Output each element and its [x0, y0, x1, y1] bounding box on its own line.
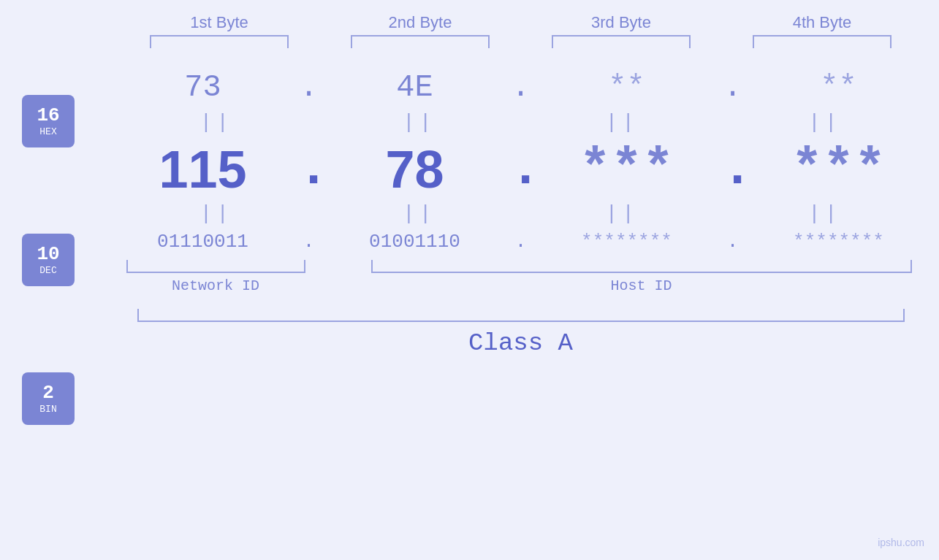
top-bracket-2 [351, 35, 490, 48]
bin-cell-4: ******** [759, 231, 919, 253]
bin-value-2: 01001110 [369, 231, 460, 253]
dec-dot-1: . [298, 139, 320, 199]
dec-dot-2: . [510, 139, 532, 199]
bin-badge-name: BIN [39, 404, 56, 415]
hex-value-1: 73 [184, 70, 221, 105]
dec-row: 115 . 78 . *** . *** [115, 139, 927, 199]
dec-value-2: 78 [385, 140, 444, 199]
host-id-label: Host ID [371, 277, 912, 294]
byte-label-2: 2nd Byte [340, 13, 501, 32]
hex-dot-2: . [510, 70, 532, 105]
hex-badge-name: HEX [39, 126, 56, 137]
bin-badge: 2 BIN [22, 372, 75, 425]
equals-4: || [745, 111, 905, 134]
top-bracket-1 [150, 35, 289, 48]
class-bracket [137, 309, 905, 322]
dec-cell-1: 115 [123, 139, 284, 199]
hex-dot-1: . [298, 70, 320, 105]
hex-value-2: 4E [396, 70, 433, 105]
dec-cell-2: 78 [335, 139, 495, 199]
equals-b-1: || [136, 202, 297, 225]
hex-dot-3: . [722, 70, 744, 105]
bin-row: 01110011 . 01001110 . ******** . *******… [115, 231, 927, 253]
dec-value-4: *** [791, 139, 886, 199]
hex-cell-4: ** [759, 70, 919, 105]
hex-value-4: ** [820, 70, 856, 105]
bin-dot-1: . [298, 231, 320, 253]
equals-row-2: || || || || [115, 202, 927, 225]
byte-label-4: 4th Byte [742, 13, 902, 32]
base-badges-column: 16 HEX 10 DEC 2 BIN [22, 95, 75, 425]
bin-cell-3: ******** [547, 231, 707, 253]
bin-badge-num: 2 [42, 383, 54, 404]
hex-cell-2: 4E [335, 70, 495, 105]
network-bracket [126, 260, 305, 273]
main-container: 1st Byte 2nd Byte 3rd Byte 4th Byte 16 H… [0, 0, 939, 560]
byte-label-1: 1st Byte [139, 13, 300, 32]
hex-badge: 16 HEX [22, 95, 75, 147]
class-bracket-area: Class A [115, 309, 927, 357]
top-bracket-4 [753, 35, 892, 48]
top-bracket-3 [552, 35, 691, 48]
rows-area: 73 . 4E . ** . ** || || || [115, 63, 927, 357]
class-label: Class A [137, 329, 905, 357]
bin-value-3: ******** [581, 231, 672, 253]
bin-cell-2: 01001110 [335, 231, 495, 253]
hex-cell-3: ** [547, 70, 707, 105]
equals-3: || [541, 111, 702, 134]
bin-cell-1: 01110011 [123, 231, 284, 253]
dec-badge: 10 DEC [22, 234, 75, 286]
bin-dot-3: . [722, 231, 744, 253]
host-bracket-wrap: Host ID [371, 260, 927, 294]
bin-value-4: ******** [793, 231, 884, 253]
equals-b-3: || [541, 202, 702, 225]
dec-value-1: 115 [159, 140, 246, 199]
dec-dot-3: . [722, 139, 744, 199]
hex-value-3: ** [608, 70, 645, 105]
dec-badge-name: DEC [39, 265, 56, 276]
byte-labels-row: 1st Byte 2nd Byte 3rd Byte 4th Byte [119, 13, 923, 32]
host-bracket [371, 260, 912, 273]
equals-2: || [339, 111, 500, 134]
equals-row-1: || || || || [115, 111, 927, 134]
network-bracket-wrap: Network ID [126, 260, 305, 294]
bin-value-1: 01110011 [157, 231, 248, 253]
network-id-label: Network ID [126, 277, 305, 294]
dec-badge-num: 10 [37, 244, 59, 265]
watermark: ipshu.com [878, 537, 924, 548]
equals-b-2: || [339, 202, 500, 225]
hex-cell-1: 73 [123, 70, 284, 105]
top-brackets-row [119, 35, 923, 48]
bottom-bracket-area: Network ID Host ID [115, 260, 927, 294]
equals-b-4: || [745, 202, 905, 225]
dec-value-3: *** [579, 139, 674, 199]
equals-1: || [136, 111, 297, 134]
dec-cell-4: *** [759, 139, 919, 199]
dec-cell-3: *** [547, 139, 707, 199]
byte-label-3: 3rd Byte [541, 13, 702, 32]
bin-dot-2: . [510, 231, 532, 253]
hex-badge-num: 16 [37, 105, 59, 126]
hex-row: 73 . 4E . ** . ** [115, 70, 927, 105]
